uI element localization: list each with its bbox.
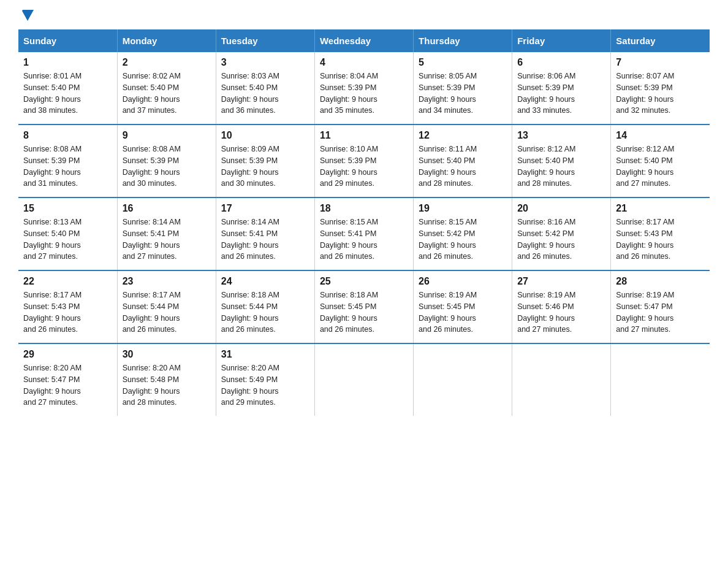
day-info: Sunrise: 8:19 AMSunset: 5:45 PMDaylight:…: [419, 289, 507, 335]
day-info: Sunrise: 8:08 AMSunset: 5:39 PMDaylight:…: [123, 144, 211, 190]
calendar-cell: 20Sunrise: 8:16 AMSunset: 5:42 PMDayligh…: [512, 197, 611, 270]
calendar-cell: 9Sunrise: 8:08 AMSunset: 5:39 PMDaylight…: [117, 124, 216, 197]
calendar-cell: 31Sunrise: 8:20 AMSunset: 5:49 PMDayligh…: [216, 343, 314, 416]
day-info: Sunrise: 8:20 AMSunset: 5:48 PMDaylight:…: [123, 362, 211, 408]
day-number: 3: [221, 57, 309, 68]
day-info: Sunrise: 8:17 AMSunset: 5:43 PMDaylight:…: [616, 216, 705, 262]
calendar-cell: 19Sunrise: 8:15 AMSunset: 5:42 PMDayligh…: [414, 197, 512, 270]
day-number: 12: [419, 130, 507, 141]
calendar-cell: 2Sunrise: 8:02 AMSunset: 5:40 PMDaylight…: [117, 52, 216, 124]
calendar-cell: 5Sunrise: 8:05 AMSunset: 5:39 PMDaylight…: [414, 52, 512, 124]
calendar-body: 1Sunrise: 8:01 AMSunset: 5:40 PMDaylight…: [18, 52, 710, 416]
week-row-4: 22Sunrise: 8:17 AMSunset: 5:43 PMDayligh…: [18, 270, 710, 343]
day-info: Sunrise: 8:13 AMSunset: 5:40 PMDaylight:…: [23, 216, 112, 262]
calendar-table: SundayMondayTuesdayWednesdayThursdayFrid…: [18, 29, 710, 416]
day-info: Sunrise: 8:08 AMSunset: 5:39 PMDaylight:…: [23, 144, 112, 190]
day-info: Sunrise: 8:10 AMSunset: 5:39 PMDaylight:…: [320, 144, 408, 190]
day-info: Sunrise: 8:12 AMSunset: 5:40 PMDaylight:…: [517, 144, 605, 190]
calendar-cell: 28Sunrise: 8:19 AMSunset: 5:47 PMDayligh…: [611, 270, 710, 343]
day-number: 22: [23, 276, 112, 287]
day-info: Sunrise: 8:07 AMSunset: 5:39 PMDaylight:…: [616, 71, 705, 117]
day-info: Sunrise: 8:17 AMSunset: 5:43 PMDaylight:…: [23, 289, 112, 335]
calendar-cell: 11Sunrise: 8:10 AMSunset: 5:39 PMDayligh…: [314, 124, 413, 197]
day-info: Sunrise: 8:20 AMSunset: 5:47 PMDaylight:…: [23, 362, 112, 408]
header-saturday: Saturday: [611, 29, 710, 52]
day-number: 19: [419, 203, 507, 214]
day-info: Sunrise: 8:19 AMSunset: 5:46 PMDaylight:…: [517, 289, 605, 335]
week-row-1: 1Sunrise: 8:01 AMSunset: 5:40 PMDaylight…: [18, 52, 710, 124]
day-number: 4: [320, 57, 408, 68]
day-number: 9: [123, 130, 211, 141]
page-header: [18, 12, 710, 17]
day-info: Sunrise: 8:17 AMSunset: 5:44 PMDaylight:…: [123, 289, 211, 335]
header-sunday: Sunday: [18, 29, 117, 52]
week-row-3: 15Sunrise: 8:13 AMSunset: 5:40 PMDayligh…: [18, 197, 710, 270]
day-number: 14: [616, 130, 705, 141]
week-row-2: 8Sunrise: 8:08 AMSunset: 5:39 PMDaylight…: [18, 124, 710, 197]
day-number: 31: [221, 349, 309, 360]
calendar-cell: 24Sunrise: 8:18 AMSunset: 5:44 PMDayligh…: [216, 270, 314, 343]
day-number: 10: [221, 130, 309, 141]
calendar-cell: 8Sunrise: 8:08 AMSunset: 5:39 PMDaylight…: [18, 124, 117, 197]
day-number: 30: [123, 349, 211, 360]
calendar-cell: 17Sunrise: 8:14 AMSunset: 5:41 PMDayligh…: [216, 197, 314, 270]
calendar-cell: [414, 343, 512, 416]
calendar-cell: 7Sunrise: 8:07 AMSunset: 5:39 PMDaylight…: [611, 52, 710, 124]
day-info: Sunrise: 8:06 AMSunset: 5:39 PMDaylight:…: [517, 71, 605, 117]
calendar-cell: 27Sunrise: 8:19 AMSunset: 5:46 PMDayligh…: [512, 270, 611, 343]
day-info: Sunrise: 8:18 AMSunset: 5:45 PMDaylight:…: [320, 289, 408, 335]
calendar-cell: 23Sunrise: 8:17 AMSunset: 5:44 PMDayligh…: [117, 270, 216, 343]
day-number: 24: [221, 276, 309, 287]
calendar-cell: 30Sunrise: 8:20 AMSunset: 5:48 PMDayligh…: [117, 343, 216, 416]
week-row-5: 29Sunrise: 8:20 AMSunset: 5:47 PMDayligh…: [18, 343, 710, 416]
day-info: Sunrise: 8:15 AMSunset: 5:41 PMDaylight:…: [320, 216, 408, 262]
day-info: Sunrise: 8:18 AMSunset: 5:44 PMDaylight:…: [221, 289, 309, 335]
calendar-cell: 4Sunrise: 8:04 AMSunset: 5:39 PMDaylight…: [314, 52, 413, 124]
day-info: Sunrise: 8:04 AMSunset: 5:39 PMDaylight:…: [320, 71, 408, 117]
day-number: 21: [616, 203, 705, 214]
header-tuesday: Tuesday: [216, 29, 314, 52]
day-number: 20: [517, 203, 605, 214]
day-number: 17: [221, 203, 309, 214]
day-number: 11: [320, 130, 408, 141]
day-number: 16: [123, 203, 211, 214]
calendar-cell: 16Sunrise: 8:14 AMSunset: 5:41 PMDayligh…: [117, 197, 216, 270]
day-info: Sunrise: 8:16 AMSunset: 5:42 PMDaylight:…: [517, 216, 605, 262]
day-info: Sunrise: 8:15 AMSunset: 5:42 PMDaylight:…: [419, 216, 507, 262]
calendar-cell: 12Sunrise: 8:11 AMSunset: 5:40 PMDayligh…: [414, 124, 512, 197]
day-info: Sunrise: 8:09 AMSunset: 5:39 PMDaylight:…: [221, 144, 309, 190]
day-number: 26: [419, 276, 507, 287]
header-row: SundayMondayTuesdayWednesdayThursdayFrid…: [18, 29, 710, 52]
calendar-cell: 14Sunrise: 8:12 AMSunset: 5:40 PMDayligh…: [611, 124, 710, 197]
header-friday: Friday: [512, 29, 611, 52]
day-number: 8: [23, 130, 112, 141]
calendar-cell: 21Sunrise: 8:17 AMSunset: 5:43 PMDayligh…: [611, 197, 710, 270]
calendar-cell: 1Sunrise: 8:01 AMSunset: 5:40 PMDaylight…: [18, 52, 117, 124]
day-info: Sunrise: 8:01 AMSunset: 5:40 PMDaylight:…: [23, 71, 112, 117]
calendar-cell: 22Sunrise: 8:17 AMSunset: 5:43 PMDayligh…: [18, 270, 117, 343]
day-number: 1: [23, 57, 112, 68]
calendar-header: SundayMondayTuesdayWednesdayThursdayFrid…: [18, 29, 710, 52]
day-number: 5: [419, 57, 507, 68]
header-wednesday: Wednesday: [314, 29, 413, 52]
logo: [18, 12, 34, 17]
calendar-cell: 13Sunrise: 8:12 AMSunset: 5:40 PMDayligh…: [512, 124, 611, 197]
calendar-cell: 26Sunrise: 8:19 AMSunset: 5:45 PMDayligh…: [414, 270, 512, 343]
day-number: 15: [23, 203, 112, 214]
calendar-cell: [314, 343, 413, 416]
header-thursday: Thursday: [414, 29, 512, 52]
day-number: 2: [123, 57, 211, 68]
day-info: Sunrise: 8:19 AMSunset: 5:47 PMDaylight:…: [616, 289, 705, 335]
day-number: 7: [616, 57, 705, 68]
calendar-cell: 15Sunrise: 8:13 AMSunset: 5:40 PMDayligh…: [18, 197, 117, 270]
day-number: 18: [320, 203, 408, 214]
calendar-cell: 3Sunrise: 8:03 AMSunset: 5:40 PMDaylight…: [216, 52, 314, 124]
day-info: Sunrise: 8:14 AMSunset: 5:41 PMDaylight:…: [123, 216, 211, 262]
calendar-cell: 18Sunrise: 8:15 AMSunset: 5:41 PMDayligh…: [314, 197, 413, 270]
day-info: Sunrise: 8:05 AMSunset: 5:39 PMDaylight:…: [419, 71, 507, 117]
day-info: Sunrise: 8:03 AMSunset: 5:40 PMDaylight:…: [221, 71, 309, 117]
day-number: 6: [517, 57, 605, 68]
day-info: Sunrise: 8:02 AMSunset: 5:40 PMDaylight:…: [123, 71, 211, 117]
header-monday: Monday: [117, 29, 216, 52]
day-number: 29: [23, 349, 112, 360]
